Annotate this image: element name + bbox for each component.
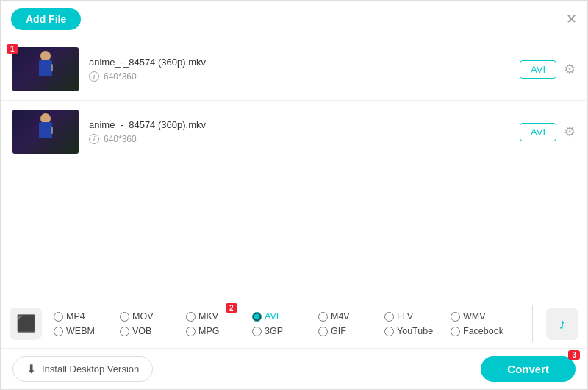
file-resolution-1: 640*360 bbox=[104, 71, 137, 82]
format-gif[interactable]: GIF bbox=[315, 325, 381, 337]
file-item-2: anime_-_84574 (360p).mkv i 640*360 AVI ⚙ bbox=[1, 101, 587, 163]
settings-button-1[interactable]: ⚙ bbox=[564, 61, 576, 77]
radio-avi[interactable] bbox=[252, 312, 262, 322]
convert-label: Convert bbox=[507, 363, 549, 375]
file-meta-1: i 640*360 bbox=[89, 71, 520, 82]
format-badge: 2 bbox=[226, 303, 237, 313]
format-button-1[interactable]: AVI bbox=[520, 60, 556, 79]
format-vob[interactable]: VOB bbox=[117, 325, 183, 337]
film-icon: ⬛ bbox=[16, 314, 36, 333]
thumbnail-2 bbox=[12, 110, 79, 154]
info-icon-2[interactable]: i bbox=[89, 134, 99, 144]
formats-grid: 2 MP4 MOV MKV AVI M4V bbox=[51, 311, 525, 337]
music-icon: ♪ bbox=[559, 316, 566, 333]
format-webm[interactable]: WEBM bbox=[51, 325, 117, 337]
file-resolution-2: 640*360 bbox=[104, 134, 137, 144]
format-m4v[interactable]: M4V bbox=[315, 311, 381, 322]
file-name-1: anime_-_84574 (360p).mkv bbox=[89, 57, 520, 68]
file-info-1: anime_-_84574 (360p).mkv i 640*360 bbox=[89, 57, 520, 82]
format-youtube[interactable]: YouTube bbox=[381, 325, 448, 337]
close-button[interactable]: ✕ bbox=[566, 13, 577, 26]
radio-mov[interactable] bbox=[120, 312, 129, 322]
file-item-1: 1 anime_-_84574 (360p).mkv i 640*360 AVI… bbox=[1, 38, 587, 101]
radio-3gp[interactable] bbox=[252, 327, 262, 336]
add-file-button[interactable]: Add File bbox=[11, 8, 81, 30]
file-actions-1: AVI ⚙ bbox=[520, 60, 576, 79]
radio-gif[interactable] bbox=[318, 327, 328, 336]
format-divider bbox=[532, 305, 533, 342]
convert-badge: 3 bbox=[568, 350, 580, 360]
format-flv[interactable]: FLV bbox=[381, 311, 448, 322]
install-button[interactable]: ⬇ Install Desktop Version bbox=[12, 356, 153, 382]
format-avi[interactable]: AVI bbox=[249, 311, 315, 322]
music-icon-wrap[interactable]: ♪ bbox=[546, 308, 578, 340]
file-meta-2: i 640*360 bbox=[89, 134, 520, 144]
format-button-2[interactable]: AVI bbox=[520, 123, 556, 141]
radio-youtube[interactable] bbox=[384, 327, 394, 336]
header: Add File ✕ bbox=[1, 1, 587, 38]
radio-mpg[interactable] bbox=[186, 327, 196, 336]
formats-row-2: WEBM VOB MPG 3GP GIF YouTube bbox=[51, 325, 525, 337]
format-facebook[interactable]: Facebook bbox=[448, 325, 514, 337]
download-icon: ⬇ bbox=[26, 362, 36, 376]
format-3gp[interactable]: 3GP bbox=[249, 325, 315, 337]
convert-button[interactable]: Convert 3 bbox=[481, 356, 576, 382]
radio-wmv[interactable] bbox=[451, 312, 460, 322]
bottom-bar: ⬛ 2 MP4 MOV MKV AVI M4V bbox=[1, 299, 587, 389]
radio-facebook[interactable] bbox=[451, 327, 460, 336]
radio-flv[interactable] bbox=[384, 312, 394, 322]
format-mpg[interactable]: MPG bbox=[183, 325, 249, 337]
radio-mp4[interactable] bbox=[54, 312, 63, 322]
film-icon-wrap[interactable]: ⬛ bbox=[10, 308, 42, 340]
format-bar: ⬛ 2 MP4 MOV MKV AVI M4V bbox=[1, 299, 587, 349]
file-name-2: anime_-_84574 (360p).mkv bbox=[89, 119, 520, 130]
info-icon-1[interactable]: i bbox=[89, 71, 99, 82]
file-actions-2: AVI ⚙ bbox=[520, 123, 576, 141]
format-wmv[interactable]: WMV bbox=[448, 311, 514, 322]
radio-webm[interactable] bbox=[54, 327, 63, 336]
radio-m4v[interactable] bbox=[318, 312, 328, 322]
install-label: Install Desktop Version bbox=[42, 364, 139, 375]
file-info-2: anime_-_84574 (360p).mkv i 640*360 bbox=[89, 119, 520, 144]
format-mov[interactable]: MOV bbox=[117, 311, 183, 322]
action-bar: ⬇ Install Desktop Version Convert 3 bbox=[1, 349, 587, 389]
settings-button-2[interactable]: ⚙ bbox=[564, 124, 576, 140]
radio-mkv[interactable] bbox=[186, 312, 196, 322]
thumbnail-1 bbox=[12, 47, 79, 91]
file-badge-1: 1 bbox=[7, 44, 18, 54]
file-list: 1 anime_-_84574 (360p).mkv i 640*360 AVI… bbox=[1, 38, 587, 230]
format-mkv[interactable]: MKV bbox=[183, 311, 249, 322]
format-mp4[interactable]: MP4 bbox=[51, 311, 117, 322]
radio-vob[interactable] bbox=[120, 327, 129, 336]
formats-row-1: MP4 MOV MKV AVI M4V FLV WM bbox=[51, 311, 525, 322]
